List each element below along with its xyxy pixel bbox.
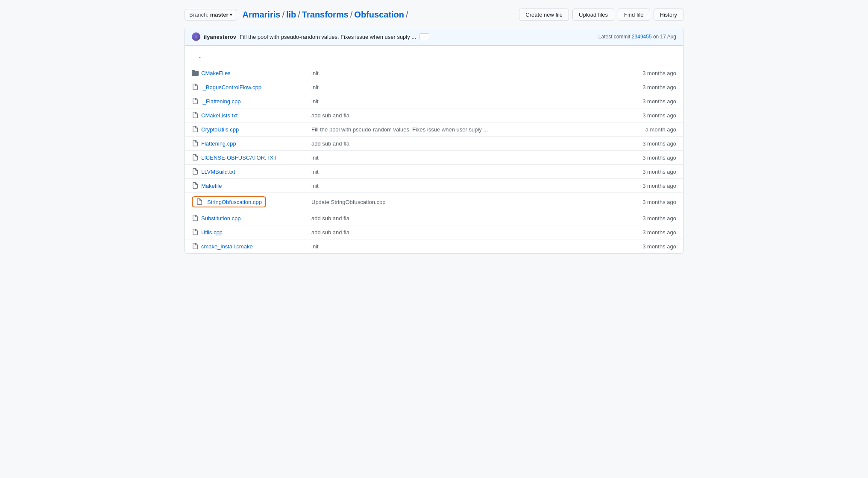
name-cell: CMakeLists.txt — [192, 112, 298, 119]
name-cell: ._Flattening.cpp — [192, 98, 298, 105]
table-row: cmake_install.cmakeinit3 months ago — [185, 239, 683, 254]
file-commit-message: add sub and fla — [305, 108, 607, 122]
breadcrumb: Armariris / lib / Transforms / Obfuscati… — [242, 10, 408, 20]
file-icon — [192, 154, 199, 161]
name-cell: CMakeFiles — [192, 70, 298, 76]
commit-hash-link[interactable]: 2349455 — [632, 34, 652, 40]
top-bar: Branch: master ▾ Armariris / lib / Trans… — [185, 9, 683, 21]
file-time: 3 months ago — [607, 179, 683, 193]
file-icon — [192, 126, 199, 133]
file-time: 3 months ago — [607, 165, 683, 179]
breadcrumb-obfuscation[interactable]: Obfuscation — [354, 10, 404, 20]
file-link[interactable]: Substitution.cpp — [201, 215, 241, 222]
table-row: CMakeLists.txtadd sub and fla3 months ag… — [185, 108, 683, 122]
branch-dropdown-icon: ▾ — [230, 12, 232, 17]
file-time: 3 months ago — [607, 108, 683, 122]
folder-icon — [192, 70, 199, 76]
file-commit-message: init — [305, 94, 607, 108]
parent-dir-link[interactable]: .. — [192, 49, 676, 62]
create-new-file-button[interactable]: Create new file — [519, 9, 569, 21]
file-commit-message: init — [305, 151, 607, 165]
commit-bar-left: i ilyanesterov Fill the pool with pseudo… — [192, 32, 429, 41]
breadcrumb-sep-1: / — [282, 10, 284, 20]
commit-bar: i ilyanesterov Fill the pool with pseudo… — [185, 28, 683, 46]
file-time: 3 months ago — [607, 80, 683, 94]
breadcrumb-lib[interactable]: lib — [286, 10, 296, 20]
file-link[interactable]: LICENSE-OBFUSCATOR.TXT — [201, 154, 277, 161]
commit-message: Fill the pool with pseudo-random values.… — [240, 34, 416, 40]
avatar-image: i — [192, 32, 200, 41]
find-file-button[interactable]: Find file — [618, 9, 650, 21]
file-time: 3 months ago — [607, 94, 683, 108]
file-icon — [192, 112, 199, 119]
file-commit-message: Update StringObfuscation.cpp — [305, 193, 607, 211]
branch-name: master — [210, 12, 229, 18]
branch-selector[interactable]: Branch: master ▾ — [185, 9, 237, 20]
file-link[interactable]: ._Flattening.cpp — [201, 98, 241, 105]
table-row: LICENSE-OBFUSCATOR.TXTinit3 months ago — [185, 151, 683, 165]
file-time: 3 months ago — [607, 151, 683, 165]
table-row: ._BogusControlFlow.cppinit3 months ago — [185, 80, 683, 94]
top-bar-right: Create new file Upload files Find file H… — [519, 9, 683, 21]
file-time: 3 months ago — [607, 225, 683, 239]
name-cell: Substitution.cpp — [192, 215, 298, 222]
branch-label-text: Branch: — [189, 12, 208, 18]
file-commit-message: init — [305, 66, 607, 80]
table-row: StringObfuscation.cppUpdate StringObfusc… — [185, 193, 683, 211]
file-commit-message: Fill the pool with pseudo-random values.… — [305, 122, 607, 137]
file-time: 3 months ago — [607, 239, 683, 254]
commit-dots-button[interactable]: ··· — [419, 33, 429, 40]
name-cell: cmake_install.cmake — [192, 243, 298, 250]
file-commit-message: add sub and fla — [305, 225, 607, 239]
file-icon — [196, 198, 203, 205]
file-browser: i ilyanesterov Fill the pool with pseudo… — [185, 28, 683, 254]
file-commit-message: init — [305, 179, 607, 193]
breadcrumb-sep-2: / — [298, 10, 300, 20]
file-link[interactable]: Flattening.cpp — [201, 140, 236, 147]
breadcrumb-armariris[interactable]: Armariris — [242, 10, 280, 20]
table-row: ._Flattening.cppinit3 months ago — [185, 94, 683, 108]
commit-author[interactable]: ilyanesterov — [204, 34, 236, 40]
file-icon — [192, 215, 199, 222]
commit-bar-right: Latest commit 2349455 on 17 Aug — [598, 34, 676, 40]
breadcrumb-transforms[interactable]: Transforms — [302, 10, 349, 20]
file-link[interactable]: CMakeLists.txt — [201, 112, 238, 119]
file-link[interactable]: StringObfuscation.cpp — [207, 199, 262, 205]
name-cell: CryptoUtils.cpp — [192, 126, 298, 133]
file-time: 3 months ago — [607, 211, 683, 225]
file-icon — [192, 98, 199, 105]
table-row: Substitution.cppadd sub and fla3 months … — [185, 211, 683, 225]
history-button[interactable]: History — [654, 9, 683, 21]
table-row: CryptoUtils.cppFill the pool with pseudo… — [185, 122, 683, 137]
latest-commit-label: Latest commit — [598, 34, 630, 40]
file-link[interactable]: ._BogusControlFlow.cpp — [201, 84, 261, 90]
file-time: a month ago — [607, 122, 683, 137]
file-link[interactable]: CMakeFiles — [201, 70, 231, 76]
file-commit-message: init — [305, 239, 607, 254]
avatar: i — [192, 32, 200, 41]
file-table: .. CMakeFilesinit3 months ago._BogusCont… — [185, 46, 683, 253]
commit-date: on 17 Aug — [653, 34, 676, 40]
file-link[interactable]: LLVMBuild.txt — [201, 169, 235, 175]
file-link[interactable]: Utils.cpp — [201, 229, 223, 236]
table-row: LLVMBuild.txtinit3 months ago — [185, 165, 683, 179]
file-time: 3 months ago — [607, 66, 683, 80]
breadcrumb-sep-4: / — [406, 10, 408, 20]
file-icon — [192, 243, 199, 250]
file-commit-message: add sub and fla — [305, 137, 607, 151]
table-row: Flattening.cppadd sub and fla3 months ag… — [185, 137, 683, 151]
file-time: 3 months ago — [607, 137, 683, 151]
parent-dir-row: .. — [185, 46, 683, 66]
file-commit-message: init — [305, 165, 607, 179]
file-icon — [192, 229, 199, 236]
file-commit-message: add sub and fla — [305, 211, 607, 225]
name-cell: Utils.cpp — [192, 229, 298, 236]
file-link[interactable]: Makefile — [201, 183, 222, 189]
file-link[interactable]: cmake_install.cmake — [201, 243, 253, 250]
file-icon — [192, 182, 199, 189]
name-cell: ._BogusControlFlow.cpp — [192, 84, 298, 90]
breadcrumb-sep-3: / — [350, 10, 353, 20]
file-time: 3 months ago — [607, 193, 683, 211]
file-link[interactable]: CryptoUtils.cpp — [201, 126, 239, 133]
upload-files-button[interactable]: Upload files — [572, 9, 614, 21]
